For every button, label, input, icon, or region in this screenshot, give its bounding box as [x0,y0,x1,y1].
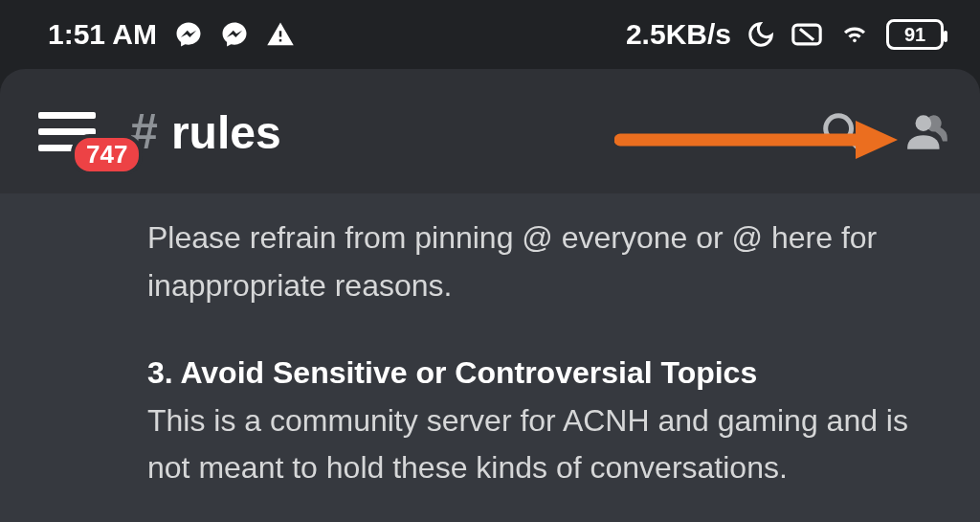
battery-level: 91 [904,24,925,46]
moon-icon [746,20,775,49]
status-right: 2.5KB/s 91 [626,18,944,51]
warning-icon [266,20,295,49]
status-bar: 1:51 AM 2.5KB/s 91 [0,0,980,69]
vibrate-off-icon [791,20,823,49]
messenger-icon-2 [220,20,249,49]
rule-item: Please refrain from pinning @ everyone o… [147,215,942,309]
notification-badge: 747 [71,134,143,175]
channel-name: rules [171,106,281,159]
rule-item: 3. Avoid Sensitive or Controversial Topi… [147,350,942,492]
app-bar: 747 # rules [0,69,980,193]
app-actions [819,107,951,155]
channel-title[interactable]: # rules [130,102,819,160]
rule-text: Please refrain from pinning @ everyone o… [147,220,877,303]
status-time: 1:51 AM [48,18,157,51]
status-left: 1:51 AM [48,18,295,51]
channel-content[interactable]: Please refrain from pinning @ everyone o… [0,193,980,522]
battery-icon: 91 [886,19,944,50]
svg-line-2 [848,138,858,148]
status-data-rate: 2.5KB/s [626,18,731,51]
messenger-icon [174,20,203,49]
members-button[interactable] [903,107,951,155]
svg-point-3 [916,115,932,131]
rule-title: 3. Avoid Sensitive or Controversial Topi… [147,350,942,397]
rule-text: This is a community server for ACNH and … [147,403,908,486]
search-button[interactable] [819,109,863,153]
menu-button[interactable]: 747 [38,106,96,156]
wifi-icon [838,20,871,49]
